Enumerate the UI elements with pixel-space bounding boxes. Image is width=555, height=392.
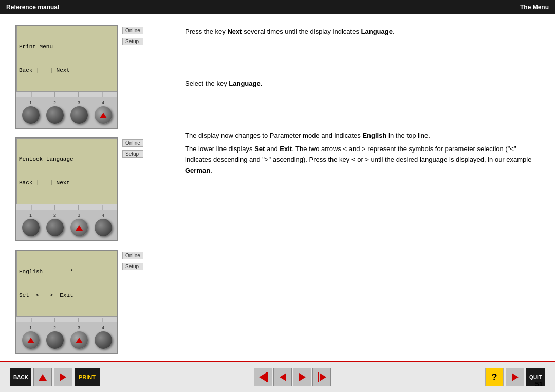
lcd-buttons-3: English * Set < > Exit | | | | 1 [15, 250, 118, 354]
online-btn-3[interactable]: Online [122, 252, 143, 259]
instruction-text-2: Select the key Language. [185, 79, 540, 89]
btn-group-1-4: 4 [95, 100, 112, 124]
prev-arrow-icon [280, 373, 286, 381]
panels-column: Print Menu Back | | Next | | | | 1 2 [15, 25, 170, 351]
print-button[interactable]: PRINT [75, 368, 100, 386]
arrow-up-icon-3-1 [27, 338, 34, 343]
instruction-block-2: Select the key Language. [185, 79, 540, 89]
nav-left: BACK PRINT [10, 368, 100, 386]
button-2-4[interactable] [95, 219, 112, 236]
lcd-screen-1: Print Menu Back | | Next [16, 26, 117, 92]
back-label[interactable]: BACK [10, 368, 31, 386]
lcd-buttons-2: MenLock Language Back | | Next | | | | 1… [15, 137, 118, 241]
instruction-text-3: The display now changes to Parameter mod… [185, 130, 540, 141]
lcd-buttons-1: Print Menu Back | | Next | | | | 1 2 [15, 25, 118, 129]
page-number: 51 [535, 380, 543, 388]
main-content: Print Menu Back | | Next | | | | 1 2 [0, 14, 555, 361]
nav-bar: BACK PRINT [0, 361, 555, 392]
lcd-screen-3: English * Set < > Exit [16, 251, 117, 317]
header-left: Reference manual [6, 4, 59, 11]
btn-group-3-2: 2 [46, 325, 64, 349]
next-page-button[interactable] [293, 368, 311, 386]
button-3-1[interactable] [22, 331, 40, 349]
instruction-block-3: The display now changes to Parameter mod… [185, 130, 540, 176]
lcd-line2-3: Set < > Exit [19, 292, 115, 300]
btn-group-3-3: 3 [70, 325, 88, 349]
header-right: The Menu [520, 4, 549, 11]
online-btn-2[interactable]: Online [122, 139, 143, 147]
printer-panel-3: English * Set < > Exit | | | | 1 [15, 250, 170, 354]
btn-group-2-2: 2 [46, 213, 64, 236]
button-2-2[interactable] [46, 219, 64, 236]
btn-group-2-1: 1 [22, 213, 40, 236]
side-buttons-2: Online Setup [122, 137, 143, 158]
side-buttons-3: Online Setup [122, 250, 143, 270]
button-1-4[interactable] [95, 106, 112, 124]
lcd-line1-3: English * [19, 268, 115, 276]
lcd-line2-2: Back | | Next [19, 179, 115, 187]
prev-page-button[interactable] [273, 368, 292, 386]
tick-marks-2: | | | | [16, 204, 117, 210]
button-3-2[interactable] [46, 331, 64, 349]
arrow-up-icon-2-3 [76, 225, 83, 231]
online-btn-1[interactable]: Online [122, 27, 143, 34]
lcd-line1-1: Print Menu [19, 43, 115, 51]
back-up-button[interactable] [33, 368, 52, 386]
quit-arrow-button[interactable] [506, 368, 524, 386]
last-page-button[interactable] [312, 368, 331, 386]
tick-marks-3: | | | | [16, 317, 117, 322]
first-page-button[interactable] [254, 368, 272, 386]
first-page-icon [259, 372, 268, 382]
tick-marks-1: | | | | [16, 92, 117, 97]
forward-button[interactable] [54, 368, 72, 386]
setup-btn-1[interactable]: Setup [122, 38, 143, 45]
forward-arrow-icon [60, 373, 66, 381]
quit-arrow-icon [512, 373, 519, 381]
btn-group-2-3: 3 [70, 213, 88, 236]
buttons-row-2: 1 2 3 4 [16, 210, 117, 240]
instruction-text-1: Press the key Next several times until t… [185, 27, 540, 38]
instructions-column: Press the key Next several times until t… [185, 25, 540, 351]
printer-panel-1: Print Menu Back | | Next | | | | 1 2 [15, 25, 170, 129]
btn-group-1-1: 1 [22, 100, 40, 124]
arrow-up-icon-1-4 [100, 113, 107, 118]
side-buttons-1: Online Setup [122, 25, 143, 45]
lcd-line1-2: MenLock Language [19, 156, 115, 163]
button-1-1[interactable] [22, 106, 40, 124]
next-arrow-icon [299, 373, 306, 381]
btn-group-1-2: 2 [46, 100, 64, 124]
buttons-row-1: 1 2 3 4 [16, 97, 117, 128]
btn-group-3-1: 1 [22, 325, 40, 349]
printer-panel-2: MenLock Language Back | | Next | | | | 1… [15, 137, 170, 241]
setup-btn-3[interactable]: Setup [122, 263, 143, 270]
lcd-line2-1: Back | | Next [19, 67, 115, 74]
button-3-3[interactable] [70, 331, 88, 349]
btn-group-1-3: 3 [70, 100, 88, 124]
buttons-row-3: 1 2 3 [16, 322, 117, 353]
button-3-4[interactable] [95, 331, 112, 349]
setup-btn-2[interactable]: Setup [122, 150, 143, 158]
button-2-1[interactable] [22, 219, 40, 236]
header-bar: Reference manual The Menu [0, 0, 555, 14]
arrow-up-icon-3-3 [76, 338, 83, 343]
btn-group-3-4: 4 [95, 325, 112, 349]
button-1-3[interactable] [70, 106, 88, 124]
help-button[interactable]: ? [485, 368, 504, 386]
last-page-icon [318, 372, 326, 382]
instruction-block-1: Press the key Next several times until t… [185, 27, 540, 38]
lcd-screen-2: MenLock Language Back | | Next [16, 138, 117, 204]
back-up-arrow-icon [39, 374, 47, 381]
btn-group-2-4: 4 [95, 213, 112, 236]
instruction-text-3b: The lower line displays Set and Exit. Th… [185, 144, 540, 176]
nav-center [254, 368, 331, 386]
button-1-2[interactable] [46, 106, 64, 124]
button-2-3[interactable] [70, 219, 88, 236]
